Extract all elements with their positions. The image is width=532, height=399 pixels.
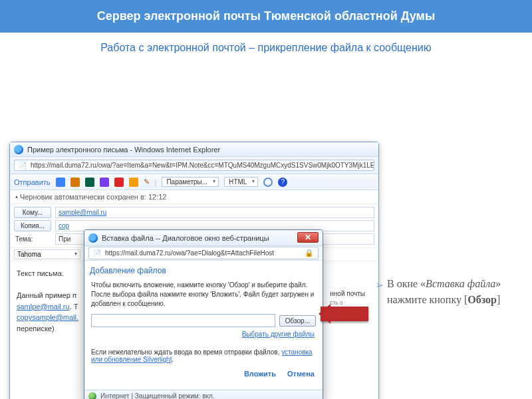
window-title: Пример электронного письма - Windows Int…: [27, 146, 374, 154]
dialog-addressbar: 📄 https://mail.duma72.ru/owa/?ae=Dialog&…: [84, 246, 323, 261]
dialog-heading: Добавление файлов: [84, 261, 323, 278]
dialog-url-field[interactable]: 📄 https://mail.duma72.ru/owa/?ae=Dialog&…: [88, 247, 319, 259]
ie-addressbar: 📄 https://mail.duma72.ru/owa/?ae=Item&a=…: [10, 157, 378, 174]
addressbook-icon[interactable]: [85, 178, 94, 187]
importance-high-icon[interactable]: [114, 178, 124, 187]
dialog-url: https://mail.duma72.ru/owa/?ae=Dialog&t=…: [105, 249, 274, 257]
dialog-instructions: Чтобы включить вложение, нажмите кнопку …: [84, 278, 323, 311]
dialog-actions: Вложить Отмена: [84, 366, 323, 382]
save-icon[interactable]: [56, 178, 65, 187]
cc-button[interactable]: Копия...: [14, 220, 51, 231]
help-icon[interactable]: ?: [278, 178, 287, 187]
options-button[interactable]: Параметры...: [162, 177, 219, 187]
body-link2[interactable]: copysample@mail.: [17, 313, 78, 321]
attach-icon[interactable]: [70, 178, 80, 187]
signature-icon[interactable]: ✎: [144, 178, 150, 186]
owa-toolbar: Отправить ✎ | Параметры... HTML ?: [10, 174, 378, 190]
dialog-statusbar: Интернет | Защищенный режим: вкл.: [84, 390, 323, 399]
to-button[interactable]: Кому...: [14, 207, 51, 218]
slide-subtitle: Работа с электронной почтой – прикреплен…: [0, 33, 532, 66]
dialog-close-button[interactable]: ✕: [297, 232, 319, 243]
file-chooser-row: Обзор...: [84, 311, 323, 330]
to-field[interactable]: sample@mail.ru: [55, 207, 374, 218]
attach-button[interactable]: Вложить: [244, 370, 276, 378]
dialog-page-icon: 📄: [93, 249, 101, 257]
body-line3: переписке): [17, 325, 55, 332]
callout-arrow: [321, 307, 368, 321]
check-names-icon[interactable]: [100, 178, 109, 187]
slide-title: Сервер электронной почты Тюменской облас…: [0, 0, 532, 33]
dialog-status-text: Интернет | Защищенный режим: вкл.: [100, 392, 215, 399]
send-button[interactable]: Отправить: [14, 178, 51, 186]
body-link1[interactable]: samlpe@mail.ru: [17, 303, 70, 311]
url-text: https://mail.duma72.ru/owa/?ae=Item&a=Ne…: [31, 162, 374, 169]
body-t: . Т: [70, 303, 78, 311]
select-other-files-link[interactable]: Выбрать другие файлы: [242, 331, 315, 338]
attach-file-dialog: Вставка файла -- Диалоговое окно веб-стр…: [84, 229, 323, 399]
page-icon: 📄: [19, 162, 27, 169]
importance-low-icon[interactable]: [129, 178, 138, 187]
dialog-ie-icon: [88, 233, 98, 243]
lock-icon: 🔒: [305, 249, 314, 257]
silverlight-note: Если нежелательно ждать ввода во время о…: [84, 338, 323, 366]
subject-label: Тема:: [14, 235, 51, 243]
font-select[interactable]: Tahoma: [14, 249, 80, 259]
dialog-title: Вставка файла -- Диалоговое окно веб-стр…: [102, 234, 269, 242]
file-path-input[interactable]: [91, 314, 275, 327]
dialog-titlebar: Вставка файла -- Диалоговое окно веб-стр…: [84, 230, 323, 246]
cancel-button[interactable]: Отмена: [287, 370, 315, 378]
instruction-text: В окне «Вставка файла» нажмите кнопку [О…: [387, 276, 520, 308]
address-field[interactable]: 📄 https://mail.duma72.ru/owa/?ae=Item&a=…: [14, 160, 374, 171]
dialog-zone-icon: [88, 392, 96, 400]
autosave-info: • Черновик автоматически сохранен в: 12:…: [10, 190, 378, 204]
ie-titlebar: Пример электронного письма - Windows Int…: [10, 142, 378, 157]
settings-icon[interactable]: [263, 178, 273, 187]
ie-logo-icon: [14, 145, 23, 154]
partial-hint: нной почты сть о: [330, 289, 365, 307]
format-select[interactable]: HTML: [224, 177, 258, 187]
